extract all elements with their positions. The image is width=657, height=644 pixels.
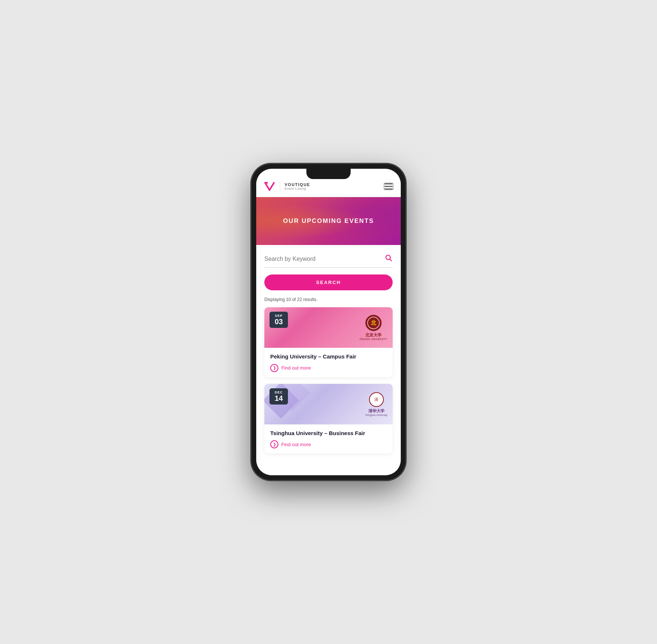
tsinghua-university-logo: 清 清华大学 Tsinghua University xyxy=(365,392,387,416)
date-badge-sep: SEP 03 xyxy=(270,312,288,328)
find-out-more-label: Find out more xyxy=(281,365,311,371)
find-out-more-button-peking[interactable]: ❯ Find out more xyxy=(270,364,311,372)
card-body-tsinghua: Tsinghua University – Business Fair ❯ Fi… xyxy=(264,424,393,454)
main-content: SEARCH Displaying 10 of 22 results. SEP … xyxy=(256,245,401,475)
event-card: SEP 03 北 北京大学 PEKING UNIVERSITY xyxy=(264,307,393,377)
card-image-tsinghua: DEC 14 清 清华大学 Tsinghua University xyxy=(264,384,393,424)
tsinghua-english-name: Tsinghua University xyxy=(365,413,387,416)
brand-subtitle: Event Listing xyxy=(285,187,310,190)
date-month: SEP xyxy=(273,314,284,318)
card-title-tsinghua: Tsinghua University – Business Fair xyxy=(270,430,387,437)
tsinghua-emblem: 清 xyxy=(369,392,384,407)
tsinghua-chinese-name: 清华大学 xyxy=(365,408,387,413)
search-button[interactable]: SEARCH xyxy=(264,274,393,290)
find-out-more-circle-icon: ❯ xyxy=(270,364,278,372)
search-input-wrap xyxy=(264,254,393,268)
find-out-more-circle-icon-2: ❯ xyxy=(270,440,278,448)
event-card-tsinghua: DEC 14 清 清华大学 Tsinghua University Tsingh… xyxy=(264,384,393,454)
peking-emblem: 北 xyxy=(365,315,382,331)
peking-chinese-name: 北京大学 xyxy=(359,332,387,338)
hamburger-line-2 xyxy=(385,186,393,187)
search-icon-button[interactable] xyxy=(385,254,393,264)
date-day: 03 xyxy=(273,318,284,326)
brand-name: VOUTIQUE xyxy=(285,182,310,187)
phone-screen: VOUTIQUE Event Listing OUR UPCOMING EVEN… xyxy=(256,169,401,475)
find-out-more-label-2: Find out more xyxy=(281,442,311,447)
nav-logo: VOUTIQUE Event Listing xyxy=(264,181,310,192)
hamburger-menu-button[interactable] xyxy=(384,183,393,190)
hamburger-line-1 xyxy=(385,183,393,184)
card-image-peking: SEP 03 北 北京大学 PEKING UNIVERSITY xyxy=(264,307,393,348)
search-icon xyxy=(385,254,393,262)
peking-university-logo: 北 北京大学 PEKING UNIVERSITY xyxy=(359,315,387,340)
logo-text: VOUTIQUE Event Listing xyxy=(285,182,310,190)
card-title-peking: Peking University – Campus Fair xyxy=(270,353,387,360)
date-badge-dec: DEC 14 xyxy=(270,388,288,405)
find-out-more-button-tsinghua[interactable]: ❯ Find out more xyxy=(270,440,311,448)
phone-notch xyxy=(306,169,351,179)
search-input[interactable] xyxy=(264,256,385,262)
hero-title: OUR UPCOMING EVENTS xyxy=(283,217,374,225)
svg-line-1 xyxy=(390,259,392,261)
hero-banner: OUR UPCOMING EVENTS xyxy=(256,197,401,245)
voutique-logo-icon xyxy=(264,181,275,192)
results-count: Displaying 10 of 22 results. xyxy=(264,297,393,302)
date-month-dec: DEC xyxy=(273,391,284,394)
phone-device: VOUTIQUE Event Listing OUR UPCOMING EVEN… xyxy=(251,164,406,480)
hamburger-line-3 xyxy=(385,189,393,189)
peking-english-name: PEKING UNIVERSITY xyxy=(359,338,387,340)
search-section: SEARCH xyxy=(264,245,393,290)
date-day-dec: 14 xyxy=(273,394,284,402)
logo-divider xyxy=(280,181,280,192)
card-body-peking: Peking University – Campus Fair ❯ Find o… xyxy=(264,348,393,377)
